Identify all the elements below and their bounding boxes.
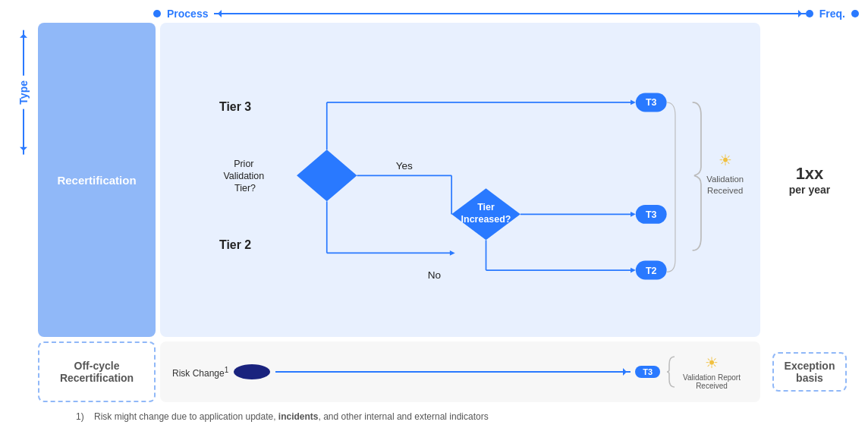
no-label: No [428, 269, 441, 281]
process-end-dot [806, 10, 813, 17]
diagram-svg: Tier 3 Prior Validation Tier? Tier 2 [168, 33, 753, 326]
risk-change-oval [233, 363, 271, 380]
tier-increased-text2: Increased? [461, 214, 511, 225]
type-arrow-down [23, 30, 24, 76]
offcycle-brace [663, 353, 678, 391]
tier2-label: Tier 2 [219, 238, 251, 251]
offcycle-arrow-line [275, 371, 631, 373]
offcycle-row: Off-cycle Recertification Risk Change1 [38, 341, 859, 402]
exception-box: Exception basis [772, 352, 848, 392]
recert-block: Recertification Tier 3 Prior Validation … [38, 23, 859, 337]
page-container: Process Freq. Type Recertification [0, 0, 868, 428]
validation-received-text1: Validation [706, 175, 744, 184]
process-start-dot [153, 10, 161, 17]
freq-value: 1xx [796, 164, 824, 184]
main-area: Type Recertification Tier 3 Prior [9, 23, 859, 422]
validation-received-text2: Received [707, 186, 743, 195]
offcycle-label: Off-cycle Recertification [38, 341, 156, 402]
footnote: 1) Risk might change due to application … [38, 411, 859, 422]
footnote-number: 1) [76, 411, 84, 422]
recertification-label: Recertification [38, 23, 156, 337]
arrow-t3-mid-head [631, 212, 636, 217]
process-label: Process [167, 8, 208, 20]
right-connector [667, 102, 675, 272]
type-column: Type [9, 23, 38, 422]
footnote-text1: Risk might change due to application upd… [94, 411, 278, 422]
freq-unit: per year [789, 184, 830, 196]
header-row: Process Freq. [153, 8, 859, 20]
freq-dot [851, 10, 859, 17]
validation-report-received: ☀ Validation Report Received [681, 354, 742, 390]
t3-top-text: T3 [646, 97, 657, 108]
freq-label: Freq. [819, 8, 845, 20]
arrow-t2-head [631, 268, 636, 273]
tier3-label: Tier 3 [219, 100, 251, 113]
exception-freq-col: Exception basis [760, 341, 859, 402]
validation-sun-icon: ☀ [719, 152, 732, 168]
risk-change-label: Risk Change1 [172, 366, 228, 379]
offcycle-arrow-head [623, 368, 631, 376]
offcycle-brace-path [667, 357, 675, 387]
oval-shape [234, 364, 270, 379]
type-arrow-up [23, 109, 24, 155]
offcycle-content: Risk Change1 T3 [172, 353, 748, 391]
type-label: Type [17, 30, 30, 155]
t3-mid-text: T3 [646, 209, 657, 220]
prior-validation-text: Prior Validation Tier? [223, 159, 266, 194]
content-column: Recertification Tier 3 Prior Validation … [38, 23, 859, 422]
tier-increased-text1: Tier [477, 202, 495, 212]
arrow-tier3-head [631, 100, 636, 105]
diagram-area: Tier 3 Prior Validation Tier? Tier 2 [160, 23, 760, 337]
offcycle-t3-badge: T3 [635, 366, 660, 378]
footnote-bold: incidents [278, 411, 319, 422]
process-arrow [214, 13, 805, 14]
footnote-text2: , and other internal and external indica… [319, 411, 489, 422]
t2-text: T2 [646, 266, 657, 276]
offcycle-diagram: Risk Change1 T3 [160, 341, 760, 402]
arrow-to-diamond-head [450, 250, 455, 256]
freq-column: 1xx per year [760, 23, 859, 337]
validation-report-text: Validation Report Received [683, 373, 741, 390]
yes-label: Yes [396, 160, 413, 172]
curly-brace [693, 102, 701, 250]
sun-icon-offcycle: ☀ [705, 354, 719, 372]
prior-validation-diamond [297, 149, 357, 201]
